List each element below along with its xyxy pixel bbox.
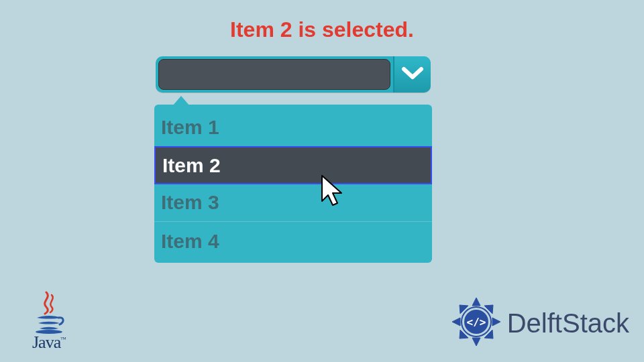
java-cup-icon [19,291,79,334]
page-title: Item 2 is selected. [0,17,644,42]
menu-pointer [173,96,189,105]
combo-dropdown-button[interactable] [393,56,431,93]
java-logo: Java™ [19,291,79,353]
svg-text:</>: </> [466,316,486,328]
combo-box[interactable] [156,56,431,93]
menu-item-1[interactable]: Item 1 [154,109,432,147]
menu-item-4[interactable]: Item 4 [154,222,432,260]
menu-item-3[interactable]: Item 3 [154,184,432,222]
combo-selected-value[interactable] [158,59,390,90]
delftstack-label: DelftStack [507,308,629,339]
delftstack-emblem-icon: </> [449,295,503,351]
java-label: Java™ [19,333,79,353]
dropdown-menu: Item 1 Item 2 Item 3 Item 4 [154,105,432,263]
menu-item-2[interactable]: Item 2 [154,146,432,184]
chevron-down-icon [401,65,424,84]
delftstack-logo: </> DelftStack [449,295,629,351]
